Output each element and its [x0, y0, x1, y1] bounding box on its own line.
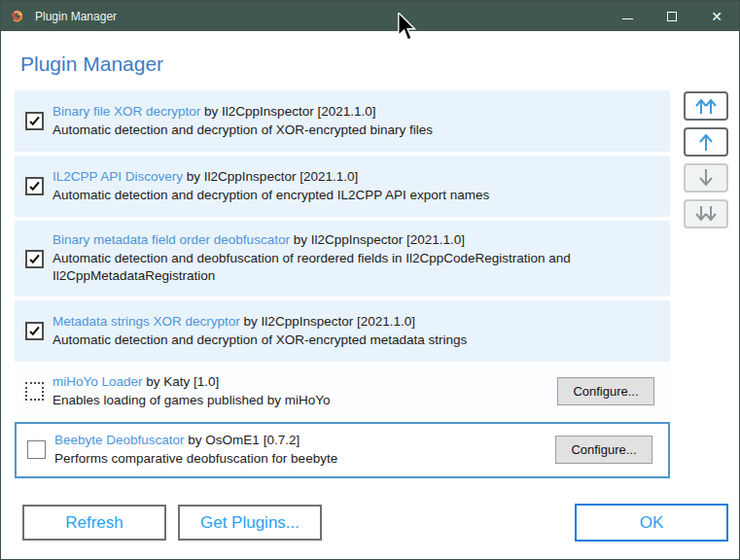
plugin-manager-window: Plugin Manager ✕ Plugin Manager Binary f…	[0, 0, 740, 560]
plugin-info: Binary file XOR decryptor by Il2CppInspe…	[53, 95, 670, 148]
plugin-row-metadata-strings-xor-decryptor[interactable]: Metadata strings XOR decryptor by Il2Cpp…	[15, 300, 670, 362]
plugin-checkbox-indeterminate[interactable]	[25, 382, 44, 401]
plugin-row-binary-file-xor-decryptor[interactable]: Binary file XOR decryptor by Il2CppInspe…	[15, 90, 670, 152]
window-title: Plugin Manager	[35, 10, 117, 23]
minimize-icon	[622, 18, 633, 19]
plugin-meta: by Il2CppInspector [2021.1.0]	[244, 314, 415, 329]
move-to-bottom-button[interactable]	[684, 199, 728, 228]
plugin-row-binary-metadata-field-order-deobfuscator[interactable]: Binary metadata field order deobfuscator…	[15, 221, 670, 297]
plugin-name-link[interactable]: Metadata strings XOR decryptor	[53, 314, 240, 329]
plugin-meta: by Il2CppInspector [2021.1.0]	[187, 169, 358, 184]
plugin-row-beebyte-deobfuscator[interactable]: Beebyte Deobfuscator by OsOmE1 [0.7.2] P…	[15, 422, 670, 478]
plugin-meta: by Il2CppInspector [2021.1.0]	[204, 104, 375, 119]
move-up-icon	[696, 132, 716, 152]
move-down-button[interactable]	[684, 163, 728, 192]
checkmark-icon	[28, 253, 41, 265]
configure-button[interactable]: Configure...	[555, 436, 652, 464]
plugin-name-link[interactable]: miHoYo Loader	[53, 374, 143, 389]
plugin-description: Automatic detection and decryption of XO…	[53, 122, 433, 137]
checkmark-icon	[28, 180, 41, 192]
window-controls: ✕	[605, 1, 739, 31]
titlebar: Plugin Manager ✕	[1, 1, 739, 31]
plugin-description: Automatic detection and decryption of en…	[53, 188, 489, 202]
plugin-name-link[interactable]: Beebyte Deobfuscator	[54, 433, 185, 447]
configure-button[interactable]: Configure...	[557, 377, 654, 405]
ok-button[interactable]: OK	[575, 504, 728, 542]
plugin-description: Enables loading of games published by mi…	[53, 393, 330, 407]
plugin-checkbox[interactable]	[25, 112, 44, 130]
checkmark-icon	[28, 115, 41, 127]
move-down-icon	[696, 168, 716, 188]
checkmark-icon	[28, 325, 41, 337]
refresh-button[interactable]: Refresh	[22, 505, 166, 541]
plugin-name-link[interactable]: Binary file XOR decryptor	[53, 104, 200, 119]
plugin-checkbox[interactable]	[25, 177, 44, 195]
close-icon: ✕	[711, 10, 722, 23]
plugin-meta: by Il2CppInspector [2021.1.0]	[294, 232, 465, 247]
plugin-description: Automatic detection and decryption of XO…	[53, 332, 467, 347]
plugin-checkbox[interactable]	[25, 250, 44, 268]
plugin-checkbox[interactable]	[27, 440, 46, 459]
plugin-info: Beebyte Deobfuscator by OsOmE1 [0.7.2] P…	[54, 424, 555, 476]
plugin-info: IL2CPP API Discovery by Il2CppInspector …	[53, 160, 670, 213]
plugin-meta: by OsOmE1 [0.7.2]	[188, 433, 300, 447]
minimize-button[interactable]	[605, 1, 650, 31]
plugin-name-link[interactable]: IL2CPP API Discovery	[53, 169, 183, 184]
plugin-row-il2cpp-api-discovery[interactable]: IL2CPP API Discovery by Il2CppInspector …	[15, 156, 670, 217]
plugin-meta: by Katy [1.0]	[146, 374, 219, 389]
move-to-top-icon	[692, 96, 720, 116]
plugin-row-mihoyo-loader[interactable]: miHoYo Loader by Katy [1.0] Enables load…	[15, 366, 670, 418]
plugin-info: Metadata strings XOR decryptor by Il2Cpp…	[53, 305, 670, 358]
app-scribble-icon	[9, 8, 26, 25]
close-button[interactable]: ✕	[694, 1, 739, 31]
plugin-description: Automatic detection and deobfuscation of…	[53, 251, 571, 284]
page-title: Plugin Manager	[20, 52, 163, 76]
maximize-button[interactable]	[650, 1, 694, 31]
plugin-info: miHoYo Loader by Katy [1.0] Enables load…	[53, 366, 557, 418]
get-plugins-button[interactable]: Get Plugins...	[178, 505, 322, 541]
plugin-list: Binary file XOR decryptor by Il2CppInspe…	[15, 90, 670, 478]
plugin-name-link[interactable]: Binary metadata field order deobfuscator	[53, 232, 290, 247]
move-up-button[interactable]	[684, 127, 728, 157]
reorder-buttons	[684, 91, 728, 228]
plugin-info: Binary metadata field order deobfuscator…	[53, 224, 670, 295]
move-to-top-button[interactable]	[684, 91, 728, 121]
plugin-checkbox[interactable]	[25, 322, 44, 340]
move-to-bottom-icon	[692, 204, 720, 224]
plugin-description: Performs comparative deobfuscation for b…	[54, 451, 337, 466]
maximize-icon	[667, 12, 677, 21]
